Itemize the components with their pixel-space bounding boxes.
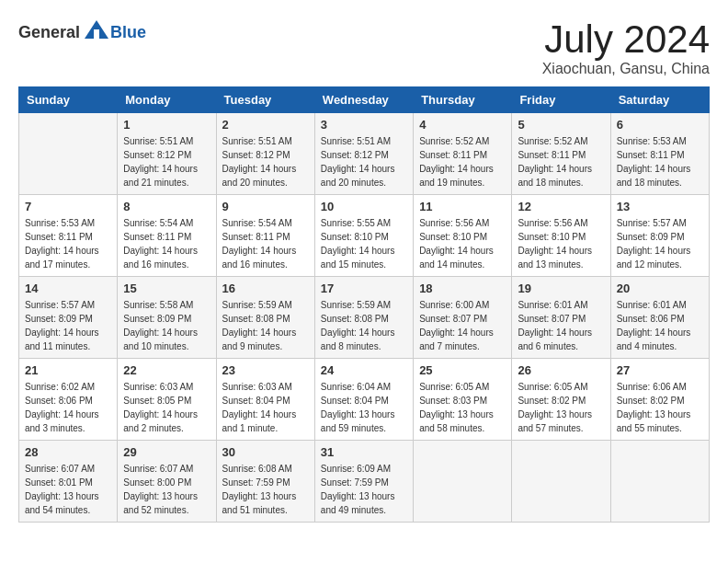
calendar-day-cell: 28Sunrise: 6:07 AM Sunset: 8:01 PM Dayli… <box>19 441 118 523</box>
title-block: July 2024 Xiaochuan, Gansu, China <box>542 18 710 77</box>
day-info: Sunrise: 5:57 AM Sunset: 8:09 PM Dayligh… <box>25 298 111 353</box>
day-info: Sunrise: 5:59 AM Sunset: 8:08 PM Dayligh… <box>222 298 309 353</box>
day-number: 27 <box>617 363 703 377</box>
day-number: 17 <box>321 282 407 295</box>
day-number: 20 <box>617 282 703 295</box>
calendar-day-cell: 10Sunrise: 5:55 AM Sunset: 8:10 PM Dayli… <box>314 195 413 277</box>
day-number: 29 <box>123 445 210 459</box>
calendar-day-cell: 11Sunrise: 5:56 AM Sunset: 8:10 PM Dayli… <box>414 195 512 277</box>
calendar-day-cell <box>512 441 610 523</box>
calendar-day-cell: 26Sunrise: 6:05 AM Sunset: 8:02 PM Dayli… <box>512 359 610 441</box>
day-info: Sunrise: 5:56 AM Sunset: 8:10 PM Dayligh… <box>419 216 506 271</box>
day-number: 4 <box>419 118 506 132</box>
calendar-header-row: SundayMondayTuesdayWednesdayThursdayFrid… <box>19 87 710 113</box>
calendar-day-cell <box>414 441 512 523</box>
calendar-day-cell: 24Sunrise: 6:04 AM Sunset: 8:04 PM Dayli… <box>314 359 413 441</box>
logo-icon <box>83 18 110 46</box>
day-info: Sunrise: 5:53 AM Sunset: 8:11 PM Dayligh… <box>617 134 703 190</box>
calendar-week-row: 28Sunrise: 6:07 AM Sunset: 8:01 PM Dayli… <box>19 441 710 523</box>
day-number: 16 <box>222 282 309 295</box>
svg-rect-1 <box>94 29 99 39</box>
calendar-day-cell: 9Sunrise: 5:54 AM Sunset: 8:11 PM Daylig… <box>216 195 314 277</box>
day-info: Sunrise: 5:51 AM Sunset: 8:12 PM Dayligh… <box>123 134 210 190</box>
weekday-header: Thursday <box>414 87 512 113</box>
day-info: Sunrise: 5:52 AM Sunset: 8:11 PM Dayligh… <box>419 134 506 190</box>
page-header: General Blue July 2024 Xiaochuan, Gansu,… <box>18 18 710 77</box>
calendar-day-cell: 18Sunrise: 6:00 AM Sunset: 8:07 PM Dayli… <box>414 277 512 359</box>
day-info: Sunrise: 6:06 AM Sunset: 8:02 PM Dayligh… <box>617 380 703 435</box>
day-number: 3 <box>321 118 407 132</box>
day-info: Sunrise: 5:52 AM Sunset: 8:11 PM Dayligh… <box>518 134 604 190</box>
day-info: Sunrise: 5:54 AM Sunset: 8:11 PM Dayligh… <box>123 216 210 271</box>
day-number: 6 <box>617 118 703 132</box>
day-info: Sunrise: 6:01 AM Sunset: 8:07 PM Dayligh… <box>518 298 604 353</box>
day-number: 9 <box>222 200 309 213</box>
weekday-header: Sunday <box>19 87 118 113</box>
day-info: Sunrise: 6:07 AM Sunset: 8:00 PM Dayligh… <box>123 462 210 517</box>
weekday-header: Wednesday <box>314 87 413 113</box>
calendar-week-row: 1Sunrise: 5:51 AM Sunset: 8:12 PM Daylig… <box>19 113 710 195</box>
day-number: 30 <box>222 445 309 459</box>
day-number: 18 <box>419 282 506 295</box>
calendar-day-cell: 4Sunrise: 5:52 AM Sunset: 8:11 PM Daylig… <box>414 113 512 195</box>
day-info: Sunrise: 6:03 AM Sunset: 8:04 PM Dayligh… <box>222 380 309 435</box>
day-info: Sunrise: 6:09 AM Sunset: 7:59 PM Dayligh… <box>321 462 407 517</box>
calendar-day-cell: 21Sunrise: 6:02 AM Sunset: 8:06 PM Dayli… <box>19 359 118 441</box>
day-info: Sunrise: 6:02 AM Sunset: 8:06 PM Dayligh… <box>25 380 111 435</box>
day-number: 13 <box>617 200 703 213</box>
day-info: Sunrise: 5:55 AM Sunset: 8:10 PM Dayligh… <box>321 216 407 271</box>
calendar-week-row: 21Sunrise: 6:02 AM Sunset: 8:06 PM Dayli… <box>19 359 710 441</box>
weekday-header: Monday <box>118 87 216 113</box>
day-number: 11 <box>419 200 506 213</box>
day-number: 23 <box>222 363 309 377</box>
calendar-day-cell: 3Sunrise: 5:51 AM Sunset: 8:12 PM Daylig… <box>314 113 413 195</box>
calendar-day-cell: 17Sunrise: 5:59 AM Sunset: 8:08 PM Dayli… <box>314 277 413 359</box>
day-info: Sunrise: 5:57 AM Sunset: 8:09 PM Dayligh… <box>617 216 703 271</box>
day-info: Sunrise: 6:05 AM Sunset: 8:02 PM Dayligh… <box>518 380 604 435</box>
calendar-day-cell: 14Sunrise: 5:57 AM Sunset: 8:09 PM Dayli… <box>19 277 118 359</box>
day-number: 14 <box>25 282 111 295</box>
day-info: Sunrise: 5:56 AM Sunset: 8:10 PM Dayligh… <box>518 216 604 271</box>
day-number: 15 <box>123 282 210 295</box>
calendar-table: SundayMondayTuesdayWednesdayThursdayFrid… <box>18 86 710 523</box>
calendar-day-cell: 6Sunrise: 5:53 AM Sunset: 8:11 PM Daylig… <box>610 113 709 195</box>
month-title: July 2024 <box>542 18 710 61</box>
calendar-week-row: 14Sunrise: 5:57 AM Sunset: 8:09 PM Dayli… <box>19 277 710 359</box>
day-number: 21 <box>25 363 111 377</box>
calendar-day-cell: 22Sunrise: 6:03 AM Sunset: 8:05 PM Dayli… <box>118 359 216 441</box>
calendar-day-cell: 8Sunrise: 5:54 AM Sunset: 8:11 PM Daylig… <box>118 195 216 277</box>
calendar-day-cell: 23Sunrise: 6:03 AM Sunset: 8:04 PM Dayli… <box>216 359 314 441</box>
day-info: Sunrise: 5:51 AM Sunset: 8:12 PM Dayligh… <box>222 134 309 190</box>
calendar-day-cell: 16Sunrise: 5:59 AM Sunset: 8:08 PM Dayli… <box>216 277 314 359</box>
calendar-day-cell: 12Sunrise: 5:56 AM Sunset: 8:10 PM Dayli… <box>512 195 610 277</box>
day-number: 5 <box>518 118 604 132</box>
day-info: Sunrise: 6:00 AM Sunset: 8:07 PM Dayligh… <box>419 298 506 353</box>
day-number: 24 <box>321 363 407 377</box>
day-info: Sunrise: 6:05 AM Sunset: 8:03 PM Dayligh… <box>419 380 506 435</box>
day-info: Sunrise: 6:07 AM Sunset: 8:01 PM Dayligh… <box>25 462 111 517</box>
logo: General Blue <box>18 18 146 46</box>
logo-blue-text: Blue <box>110 23 146 42</box>
day-number: 28 <box>25 445 111 459</box>
calendar-day-cell: 30Sunrise: 6:08 AM Sunset: 7:59 PM Dayli… <box>216 441 314 523</box>
day-info: Sunrise: 5:53 AM Sunset: 8:11 PM Dayligh… <box>25 216 111 271</box>
day-number: 19 <box>518 282 604 295</box>
location-title: Xiaochuan, Gansu, China <box>542 61 710 77</box>
day-number: 12 <box>518 200 604 213</box>
day-number: 31 <box>321 445 407 459</box>
calendar-day-cell: 15Sunrise: 5:58 AM Sunset: 8:09 PM Dayli… <box>118 277 216 359</box>
day-number: 1 <box>123 118 210 132</box>
calendar-day-cell: 25Sunrise: 6:05 AM Sunset: 8:03 PM Dayli… <box>414 359 512 441</box>
day-number: 25 <box>419 363 506 377</box>
day-number: 7 <box>25 200 111 213</box>
day-info: Sunrise: 6:08 AM Sunset: 7:59 PM Dayligh… <box>222 462 309 517</box>
day-info: Sunrise: 5:58 AM Sunset: 8:09 PM Dayligh… <box>123 298 210 353</box>
day-number: 2 <box>222 118 309 132</box>
weekday-header: Friday <box>512 87 610 113</box>
logo-general-text: General <box>18 23 80 42</box>
calendar-day-cell: 13Sunrise: 5:57 AM Sunset: 8:09 PM Dayli… <box>610 195 709 277</box>
calendar-day-cell: 5Sunrise: 5:52 AM Sunset: 8:11 PM Daylig… <box>512 113 610 195</box>
day-number: 10 <box>321 200 407 213</box>
calendar-day-cell: 2Sunrise: 5:51 AM Sunset: 8:12 PM Daylig… <box>216 113 314 195</box>
calendar-week-row: 7Sunrise: 5:53 AM Sunset: 8:11 PM Daylig… <box>19 195 710 277</box>
